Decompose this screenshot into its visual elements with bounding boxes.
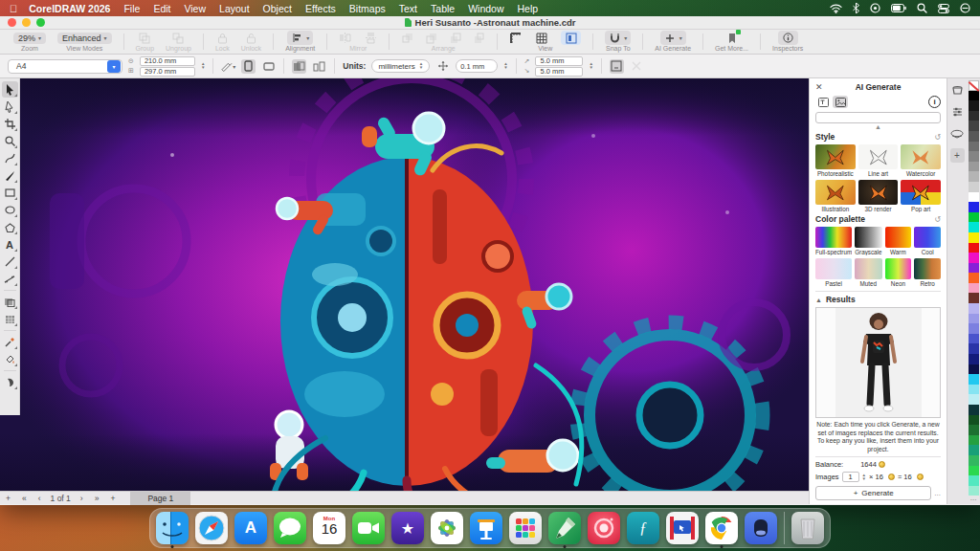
palette-color-swatch[interactable] (969, 222, 979, 232)
nudge-stepper[interactable]: ▲▼ (503, 62, 507, 70)
ungroup-button[interactable]: Ungroup (160, 30, 197, 54)
menu-edit[interactable]: Edit (153, 3, 170, 14)
palette-color-swatch[interactable] (969, 314, 979, 324)
screen-record-icon[interactable] (870, 3, 880, 13)
add-inspector-button[interactable]: + (950, 148, 965, 163)
get-more-button[interactable]: Get More... (709, 30, 754, 54)
palette-cool[interactable]: Cool (914, 227, 941, 255)
bluetooth-icon[interactable] (853, 3, 859, 13)
mesh-fill-tool[interactable] (2, 311, 18, 327)
palette-color-swatch[interactable] (969, 212, 979, 223)
menu-bitmaps[interactable]: Bitmaps (349, 3, 386, 14)
zoom-level-control[interactable]: 29%▾ Zoom (8, 30, 52, 54)
palette-color-swatch[interactable] (969, 343, 979, 354)
settings-collapse-chevron-icon[interactable]: ▲ (815, 123, 941, 130)
nudge-distance-field[interactable]: 0.1 mm (456, 59, 498, 73)
style-illustration[interactable]: Illustration (815, 180, 856, 212)
ai-generate-toolbar-button[interactable]: ▾ AI Generate (649, 30, 697, 54)
palette-color-swatch[interactable] (969, 100, 979, 111)
dock-photo-paint[interactable] (588, 512, 620, 544)
images-count-field[interactable]: 1 (842, 472, 859, 482)
palette-color-swatch[interactable] (969, 151, 979, 162)
artistic-media-tool[interactable] (2, 167, 18, 184)
palette-color-swatch[interactable] (969, 142, 979, 152)
show-page-border-toggle[interactable] (610, 59, 624, 74)
dock-keynote[interactable] (470, 512, 502, 544)
drop-shadow-tool[interactable] (2, 374, 18, 390)
battery-icon[interactable] (891, 4, 906, 12)
snap-to-control[interactable]: ▾ Snap To (599, 30, 636, 54)
panel-close-icon[interactable]: ✕ (815, 82, 825, 92)
zoom-tool[interactable] (2, 133, 18, 149)
dock-safari[interactable] (195, 512, 228, 544)
palette-color-swatch[interactable] (969, 486, 979, 496)
curve-tool[interactable] (2, 150, 18, 166)
eyedropper-tool[interactable] (2, 334, 18, 350)
alignment-control[interactable]: ▾ Alignment (279, 30, 321, 54)
menu-effects[interactable]: Effects (305, 3, 336, 14)
last-page-button[interactable]: » (89, 494, 105, 503)
text-tool[interactable]: A (2, 236, 18, 253)
group-button[interactable]: Group (130, 30, 160, 54)
add-page-right-button[interactable]: + (104, 494, 121, 503)
palette-color-swatch[interactable] (969, 293, 979, 303)
palette-color-swatch[interactable] (969, 263, 979, 274)
palette-color-swatch[interactable] (969, 334, 979, 344)
dock-facetime[interactable] (352, 512, 385, 544)
duplicate-y-field[interactable]: 5.0 mm (535, 67, 583, 77)
palette-grayscale[interactable]: Grayscale (855, 227, 881, 255)
palette-color-swatch[interactable] (969, 425, 979, 435)
dock-capture[interactable] (666, 512, 699, 544)
dock-launchpad[interactable] (509, 512, 542, 544)
generate-more-options[interactable]: ... (934, 489, 941, 497)
duplicate-stepper[interactable]: ▲▼ (589, 62, 592, 70)
menu-layout[interactable]: Layout (219, 3, 250, 14)
portrait-orientation-button[interactable] (241, 59, 256, 74)
drawing-scale-control[interactable]: ▾ (221, 59, 235, 74)
dock-app-store[interactable]: A (234, 512, 267, 544)
palette-color-swatch[interactable] (969, 435, 979, 446)
dock-photos[interactable] (431, 512, 463, 544)
menu-file[interactable]: File (123, 3, 140, 14)
palette-color-swatch[interactable] (969, 253, 979, 263)
rectangle-tool[interactable] (2, 185, 18, 201)
palette-color-swatch[interactable] (969, 232, 979, 243)
palette-color-swatch[interactable] (969, 162, 979, 172)
palette-pastel[interactable]: Pastel (815, 258, 852, 287)
shape-tool[interactable] (2, 99, 18, 115)
style-photorealistic[interactable]: Photorealistic (815, 144, 856, 177)
results-collapse-icon[interactable]: ▲ (815, 297, 822, 303)
dock-calendar[interactable]: Mon 16 (313, 512, 345, 544)
palette-color-swatch[interactable] (969, 202, 979, 212)
palette-color-swatch[interactable] (969, 121, 979, 131)
palette-color-swatch[interactable] (969, 415, 979, 426)
generate-button[interactable]: + Generate (815, 486, 931, 500)
dock-messages[interactable] (274, 512, 306, 544)
ellipse-tool[interactable] (2, 202, 18, 218)
menu-text[interactable]: Text (399, 3, 417, 14)
menu-app-name[interactable]: CorelDRAW 2026 (29, 3, 110, 14)
current-page-layout-button[interactable] (292, 59, 306, 74)
inspectors-toggle[interactable]: Inspectors (767, 30, 809, 54)
palette-color-swatch[interactable] (969, 91, 979, 101)
dock-coreldraw[interactable] (548, 512, 581, 544)
transparency-tool[interactable] (2, 294, 18, 310)
no-fill-swatch[interactable] (969, 80, 979, 91)
landscape-orientation-button[interactable] (261, 59, 276, 74)
palette-color-swatch[interactable] (969, 475, 979, 486)
palette-color-swatch[interactable] (969, 405, 979, 415)
drawing-canvas[interactable]: A (0, 78, 809, 491)
palette-color-swatch[interactable] (969, 243, 979, 253)
spotlight-search-icon[interactable] (917, 3, 927, 13)
units-select[interactable]: millimeters▲▼ (371, 59, 430, 73)
palette-overflow-indicator[interactable]: ⋯ (970, 496, 977, 504)
view-modes-control[interactable]: Enhanced▾ View Modes (52, 30, 118, 54)
dock-trash[interactable] (791, 512, 824, 544)
image-to-image-tab[interactable] (833, 96, 848, 108)
style-reset-icon[interactable]: ↺ (934, 133, 941, 142)
palette-color-swatch[interactable] (969, 455, 979, 466)
page-size-stepper[interactable]: ▲▼ (201, 62, 205, 70)
duplicate-x-field[interactable]: 5.0 mm (535, 56, 583, 66)
wifi-icon[interactable] (830, 4, 842, 13)
palette-muted[interactable]: Muted (855, 258, 881, 287)
